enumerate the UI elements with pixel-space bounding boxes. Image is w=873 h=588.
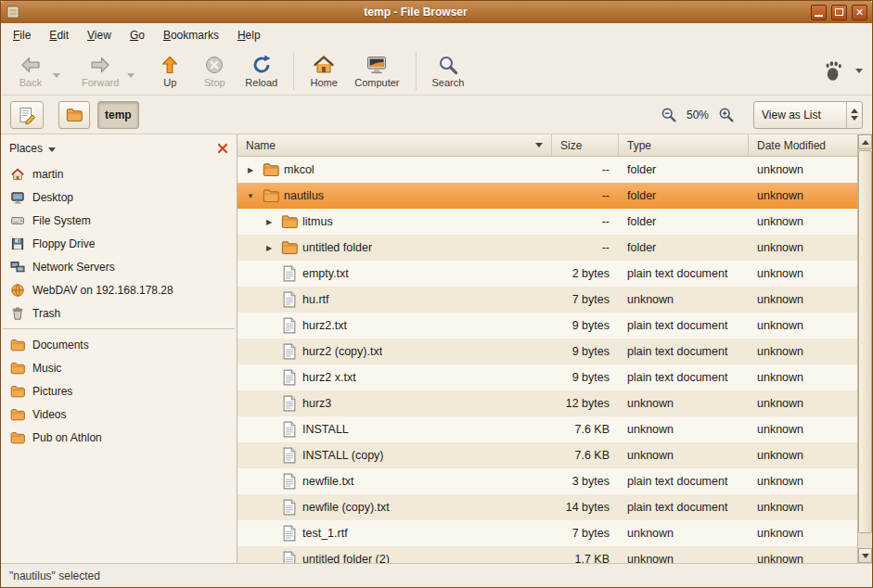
file-name: hurz3 xyxy=(302,397,331,410)
table-row[interactable]: hurz2.txt 9 bytes plain text document un… xyxy=(238,313,857,339)
size-cell: -- xyxy=(552,209,619,235)
expander-icon[interactable] xyxy=(243,166,258,174)
sidebar-item-pictures[interactable]: Pictures xyxy=(1,379,237,403)
gnome-throbber-icon xyxy=(822,59,846,83)
file-name: mkcol xyxy=(284,163,315,176)
menu-view[interactable]: View xyxy=(79,25,120,45)
sidebar-item-trash[interactable]: Trash xyxy=(1,301,237,325)
type-cell: folder xyxy=(619,235,749,261)
sidebar-item-label: Pub on Athlon xyxy=(32,431,102,444)
sidebar-item-label: Floppy Drive xyxy=(32,237,95,250)
path-root-button[interactable] xyxy=(58,101,90,129)
menu-edit[interactable]: Edit xyxy=(41,25,77,45)
table-row[interactable]: hu.rtf 7 bytes unknown unknown xyxy=(238,287,857,313)
date-cell: unknown xyxy=(749,416,857,442)
menu-go[interactable]: Go xyxy=(122,25,153,45)
back-history-dropdown[interactable] xyxy=(53,73,60,78)
minimize-button[interactable] xyxy=(811,5,827,20)
scroll-down-button[interactable] xyxy=(858,548,872,563)
size-cell: 3 bytes xyxy=(552,468,619,494)
minimize-icon xyxy=(815,15,823,17)
home-label: Home xyxy=(311,77,338,88)
sidebar-item-label: martin xyxy=(32,168,63,181)
forward-button[interactable]: Forward xyxy=(73,51,127,91)
date-cell: unknown xyxy=(749,339,857,364)
folder-icon xyxy=(10,361,25,376)
table-row[interactable]: untitled folder -- folder unknown xyxy=(238,235,857,261)
text-file-icon xyxy=(281,291,298,308)
menu-bookmarks[interactable]: Bookmarks xyxy=(155,25,227,45)
table-row[interactable]: litmus -- folder unknown xyxy=(238,209,857,235)
edit-location-button[interactable] xyxy=(10,101,44,129)
up-button[interactable]: Up xyxy=(148,51,192,91)
back-button[interactable]: Back xyxy=(8,51,53,91)
table-row[interactable]: mkcol -- folder unknown xyxy=(238,157,857,183)
table-row[interactable]: INSTALL 7.6 KB unknown unknown xyxy=(238,416,857,442)
table-row[interactable]: untitled folder (2) 1.7 KB unknown unkno… xyxy=(238,546,857,563)
sidebar-item-desktop[interactable]: Desktop xyxy=(1,185,237,209)
maximize-button[interactable] xyxy=(831,5,847,20)
table-row[interactable]: hurz2 x.txt 9 bytes plain text document … xyxy=(238,364,857,390)
scrollbar-track[interactable] xyxy=(858,149,872,548)
toolbar: Back Forward Up Stop xyxy=(1,47,872,96)
column-header-name[interactable]: Name xyxy=(238,134,552,156)
column-header-size[interactable]: Size xyxy=(552,134,619,156)
search-button[interactable]: Search xyxy=(424,51,473,91)
expander-icon[interactable] xyxy=(262,218,276,226)
sidebar-item-pub-on-athlon[interactable]: Pub on Athlon xyxy=(1,426,237,449)
zoom-in-button[interactable] xyxy=(718,107,735,123)
sidebar-item-webdav-on-192-168-178-28[interactable]: WebDAV on 192.168.178.28 xyxy=(1,278,237,301)
titlebar[interactable]: temp - File Browser ✕ xyxy=(1,1,872,23)
places-header[interactable]: Places xyxy=(1,134,237,162)
close-sidebar-button[interactable] xyxy=(217,143,228,154)
table-row[interactable]: hurz3 12 bytes unknown unknown xyxy=(238,390,857,416)
column-header-date[interactable]: Date Modified xyxy=(749,134,857,156)
path-current-label: temp xyxy=(105,109,132,121)
table-row[interactable]: hurz2 (copy).txt 9 bytes plain text docu… xyxy=(238,339,857,364)
sidebar-item-file-system[interactable]: File System xyxy=(1,209,237,232)
close-button[interactable]: ✕ xyxy=(852,5,867,20)
sidebar-item-floppy-drive[interactable]: Floppy Drive xyxy=(1,232,237,255)
forward-history-dropdown[interactable] xyxy=(127,73,135,78)
home-button[interactable]: Home xyxy=(302,51,346,91)
type-cell: plain text document xyxy=(619,364,749,390)
folder-icon xyxy=(281,239,298,256)
view-mode-select[interactable]: View as List xyxy=(753,101,863,129)
zoom-out-button[interactable] xyxy=(661,107,677,123)
table-row[interactable]: test_1.rtf 7 bytes unknown unknown xyxy=(238,520,857,546)
scrollbar-thumb[interactable] xyxy=(858,150,872,533)
name-cell: INSTALL (copy) xyxy=(238,442,552,468)
name-cell: hurz2 x.txt xyxy=(238,364,552,390)
expander-icon[interactable] xyxy=(243,192,258,200)
vertical-scrollbar[interactable] xyxy=(857,134,872,563)
table-row[interactable]: INSTALL (copy) 7.6 KB unknown unknown xyxy=(238,442,857,468)
floppy-icon xyxy=(10,236,25,251)
table-row[interactable]: newfile.txt 3 bytes plain text document … xyxy=(238,468,857,494)
table-row[interactable]: nautilus -- folder unknown xyxy=(238,183,857,209)
computer-button[interactable]: Computer xyxy=(346,51,407,91)
stop-button[interactable]: Stop xyxy=(192,51,237,91)
table-row[interactable]: newfile (copy).txt 14 bytes plain text d… xyxy=(238,494,857,520)
sidebar-item-videos[interactable]: Videos xyxy=(1,403,237,426)
sidebar-item-martin[interactable]: martin xyxy=(1,162,237,185)
table-row[interactable]: empty.txt 2 bytes plain text document un… xyxy=(238,261,857,287)
sidebar-item-network-servers[interactable]: Network Servers xyxy=(1,255,237,278)
text-file-icon xyxy=(281,317,298,334)
sidebar-item-music[interactable]: Music xyxy=(1,356,237,379)
column-header-type[interactable]: Type xyxy=(619,134,749,156)
file-name: empty.txt xyxy=(302,267,349,280)
file-name: newfile (copy).txt xyxy=(302,501,390,514)
expander-icon[interactable] xyxy=(262,244,276,252)
network-icon xyxy=(10,260,25,275)
reload-button[interactable]: Reload xyxy=(237,51,286,91)
path-current-button[interactable]: temp xyxy=(97,101,139,129)
stop-icon xyxy=(203,54,225,76)
scroll-up-button[interactable] xyxy=(858,134,872,149)
sidebar-item-documents[interactable]: Documents xyxy=(1,333,237,356)
date-cell: unknown xyxy=(749,546,857,563)
name-cell: hurz2.txt xyxy=(238,313,552,339)
menu-help[interactable]: Help xyxy=(229,25,269,45)
menu-file[interactable]: File xyxy=(5,25,39,45)
date-cell: unknown xyxy=(749,183,857,209)
toolbar-overflow-button[interactable] xyxy=(855,69,863,73)
